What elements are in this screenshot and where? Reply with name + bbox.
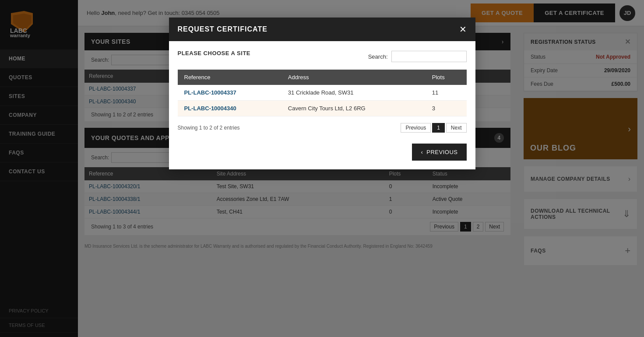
- modal-previous-button[interactable]: ‹ PREVIOUS: [412, 144, 466, 161]
- modal-title: REQUEST CERTIFICATE: [178, 25, 267, 33]
- modal-previous-label: PREVIOUS: [426, 149, 457, 155]
- modal-search-input[interactable]: [391, 51, 467, 62]
- modal-plots-1: 11: [426, 85, 467, 101]
- modal-address-2: Cavern City Tours Ltd, L2 6RG: [282, 101, 426, 116]
- modal-subtitle: PLEASE CHOOSE A SITE: [178, 50, 251, 56]
- modal-prev-page-button[interactable]: Previous: [401, 123, 431, 133]
- modal-plots-2: 3: [426, 101, 467, 116]
- modal-pagination: Showing 1 to 2 of 2 entries Previous 1 N…: [178, 123, 467, 133]
- modal-col-plots: Plots: [426, 70, 467, 85]
- modal-ref-link-1[interactable]: PL-LABC-10004337: [184, 89, 236, 96]
- modal-col-reference: Reference: [178, 70, 282, 85]
- modal-ref-link-2[interactable]: PL-LABC-10004340: [184, 105, 236, 112]
- modal-search-label: Search:: [368, 53, 388, 60]
- modal-col-address: Address: [282, 70, 426, 85]
- modal-body: PLEASE CHOOSE A SITE Search: Reference A…: [169, 41, 475, 169]
- modal-page-info: Showing 1 to 2 of 2 entries: [178, 125, 401, 131]
- modal-close-button[interactable]: ✕: [459, 24, 467, 35]
- modal-table: Reference Address Plots PL-LABC-10004337…: [178, 70, 467, 116]
- table-row: PL-LABC-10004337 31 Cricklade Road, SW31…: [178, 85, 467, 101]
- left-arrow-icon: ‹: [421, 149, 423, 155]
- modal-next-page-button[interactable]: Next: [446, 123, 467, 133]
- table-row: PL-LABC-10004340 Cavern City Tours Ltd, …: [178, 101, 467, 116]
- modal-pag-btns: Previous 1 Next: [401, 123, 466, 133]
- modal-header: REQUEST CERTIFICATE ✕: [169, 18, 475, 41]
- modal-overlay[interactable]: REQUEST CERTIFICATE ✕ PLEASE CHOOSE A SI…: [0, 0, 644, 337]
- modal-page-1-button[interactable]: 1: [432, 123, 445, 133]
- request-certificate-modal: REQUEST CERTIFICATE ✕ PLEASE CHOOSE A SI…: [169, 18, 475, 169]
- modal-address-1: 31 Cricklade Road, SW31: [282, 85, 426, 101]
